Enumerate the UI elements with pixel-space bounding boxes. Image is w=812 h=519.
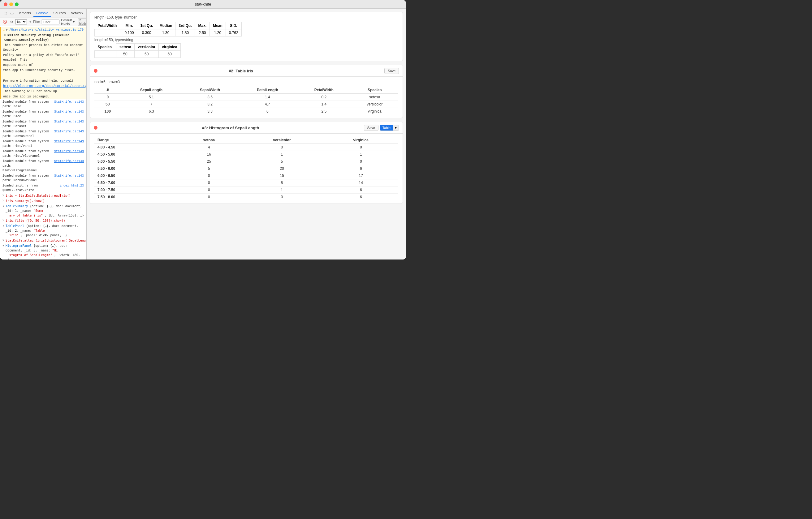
table-row: 4.00 - 4.50400: [94, 144, 398, 151]
table-row: 7.50 - 8.00006: [94, 194, 398, 201]
warning-source-link[interactable]: /Users/hiro/src/stat…ity-warnings.js:170: [9, 28, 84, 32]
col-versicolor: versicolor: [134, 43, 158, 51]
expandable-histogrampanel: ◀ HistogramPanel {option: {…}, doc: docu…: [0, 243, 86, 260]
col-min: Min.: [121, 22, 137, 29]
log-link-9[interactable]: index.html:23: [60, 183, 84, 188]
expand-arrow[interactable]: ▶: [6, 28, 8, 32]
log-histogrampanel: loaded module from system path:Plot/Hist…: [0, 159, 86, 173]
maximize-button[interactable]: [15, 2, 19, 6]
panel-2-header: #2: Table iris Save: [90, 65, 403, 77]
virginica-cell: 1: [324, 151, 398, 158]
tab-elements[interactable]: Elements: [14, 10, 33, 17]
input-histogram: > StatKnife.attach(iris).histogram('Sepa…: [0, 238, 86, 243]
partial-summary-card: length=150, type=number PetalWidth Min. …: [90, 12, 403, 61]
context-select[interactable]: top: [15, 19, 27, 25]
virginica-cell: 6: [324, 194, 398, 201]
log-link-1[interactable]: StatKnife.js:143: [54, 100, 84, 104]
table-row: 6.00 - 6.5001517: [94, 172, 398, 179]
row-100-pw: 2.5: [297, 108, 351, 115]
stop-button[interactable]: ⊘: [9, 20, 14, 24]
val-3rdqu: 1.80: [175, 29, 195, 36]
close-button[interactable]: [4, 2, 7, 6]
default-levels[interactable]: Default levels ▼: [61, 18, 75, 26]
log-link-2[interactable]: StatKnife.js:143: [54, 110, 84, 114]
row-0-sw: 3.5: [182, 94, 238, 101]
log-link-3[interactable]: StatKnife.js:143: [54, 119, 84, 124]
col-max: Max.: [195, 22, 210, 29]
col-species: Species: [351, 87, 398, 94]
security-link[interactable]: https://electronjs.org/docs/tutorial/sec…: [3, 85, 86, 88]
species-summary-table: Species setosa versicolor virginica 50 5…: [94, 43, 181, 58]
expand-tablesummary[interactable]: ◀: [2, 204, 4, 209]
console-warning-text-6: [0, 73, 86, 78]
col-sd: S.D.: [226, 22, 241, 29]
hidden-badge: 2 hidden: [78, 18, 87, 26]
panel-3-body: Range setosa versicolor virginica 4.00 -…: [90, 133, 403, 204]
log-link-4[interactable]: StatKnife.js:143: [54, 129, 84, 134]
log-link-7[interactable]: StatKnife.js:143: [54, 159, 84, 163]
panel-2-save-button[interactable]: Save: [384, 68, 399, 74]
petalwidth-summary-table: PetalWidth Min. 1st Qu. Median 3rd Qu. M…: [94, 22, 242, 36]
minimize-button[interactable]: [9, 2, 13, 6]
setosa-cell: 0: [178, 179, 240, 186]
col-median: Median: [156, 22, 175, 29]
count-virginica: 50: [159, 51, 180, 58]
species-meta: length=150, type=string: [94, 36, 398, 43]
setosa-cell: 0: [178, 172, 240, 179]
panel-3-header: #3: Histogram of SepalLength Save Table …: [90, 122, 403, 133]
warning-icon: ⚠: [3, 28, 5, 32]
count-versicolor: 50: [134, 51, 158, 58]
app-window: stat-knife ⬚ ▭ Elements Console Sources: [0, 0, 406, 260]
table-row: 5.50 - 6.005206: [94, 165, 398, 172]
table-row: 7.00 - 7.50016: [94, 186, 398, 194]
panel-3-save-button[interactable]: Save: [364, 125, 378, 131]
row-50-sp: versicolor: [351, 101, 398, 108]
log-link-6[interactable]: StatKnife.js:143: [54, 149, 84, 154]
expandable-tablepanel: ◀ TablePanel {option: {…}, doc: document…: [0, 223, 86, 238]
window-title: stat-knife: [195, 2, 211, 6]
val-mean: 1.20: [210, 29, 226, 36]
right-panel: length=150, type=number PetalWidth Min. …: [87, 9, 406, 260]
tab-console[interactable]: Console: [33, 10, 51, 17]
val-sd: 0.762: [226, 29, 241, 36]
expand-tablepanel[interactable]: ◀: [2, 224, 4, 228]
panel-2-dot: [94, 69, 97, 73]
virginica-cell: 6: [324, 165, 398, 172]
range-cell: 7.00 - 7.50: [94, 186, 178, 194]
expandable-tablesummary: ◀ TableSummary {option: {…}, doc: docume…: [0, 204, 86, 218]
console-warning-text-5: this app to unnecessary security risks.: [0, 68, 86, 73]
log-link-5[interactable]: StatKnife.js:143: [54, 139, 84, 144]
col-1stqu: 1st Qu.: [137, 22, 156, 29]
tab-sources[interactable]: Sources: [51, 10, 68, 17]
chevron-down-icon[interactable]: ▼: [393, 125, 399, 130]
expand-histogrampanel[interactable]: ◀: [2, 243, 4, 248]
versicolor-cell: 5: [240, 158, 323, 165]
setosa-cell: 4: [178, 144, 240, 151]
row-50-pw: 1.4: [297, 101, 351, 108]
range-cell: 4.50 - 5.00: [94, 151, 178, 158]
clear-console-button[interactable]: 🚫: [2, 20, 8, 24]
col-setosa: setosa: [116, 43, 134, 51]
row-100-pl: 6: [238, 108, 297, 115]
row-0-sp: setosa: [351, 94, 398, 101]
table-dropdown[interactable]: Table ▼: [380, 125, 399, 131]
filter-input[interactable]: [41, 20, 60, 25]
tab-network[interactable]: Network: [68, 10, 86, 17]
row-50-pl: 4.7: [238, 101, 297, 108]
panel-2-table: # SepalLength SepalWidth PetalLength Pet…: [94, 87, 398, 115]
petalwidth-label: PetalWidth: [95, 22, 121, 29]
range-cell: 6.00 - 6.50: [94, 172, 178, 179]
range-cell: 5.50 - 6.00: [94, 165, 178, 172]
cursor-icon[interactable]: ⬚: [2, 11, 7, 16]
species-label: Species: [95, 43, 116, 51]
col-setosa: setosa: [178, 137, 240, 144]
log-markdownpanel: loaded module from system path: Markdown…: [0, 173, 86, 183]
device-icon[interactable]: ▭: [9, 11, 14, 16]
range-cell: 4.00 - 4.50: [94, 144, 178, 151]
table-row: 4.50 - 5.001611: [94, 151, 398, 158]
log-link-8[interactable]: StatKnife.js:143: [54, 174, 84, 178]
console-warning-text-8: This warning will not show up: [0, 89, 86, 94]
console-warning-text-4: exposes users of: [0, 62, 86, 68]
traffic-lights: [4, 2, 19, 6]
row-50-index: 50: [94, 101, 121, 108]
